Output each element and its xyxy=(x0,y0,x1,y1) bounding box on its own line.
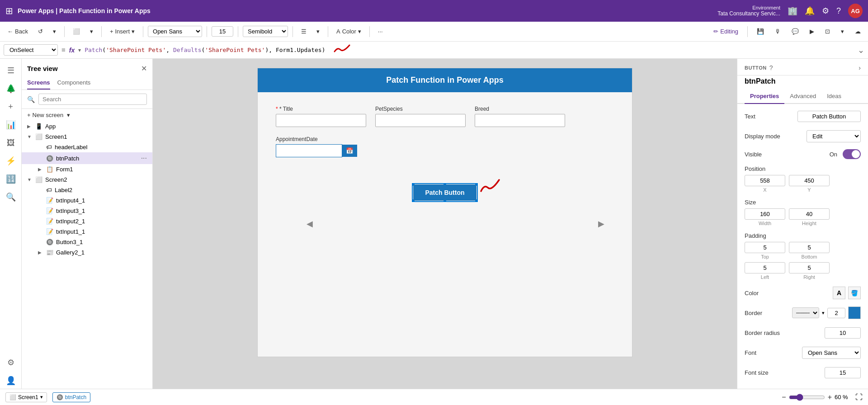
chat-button[interactable]: 💬 xyxy=(788,26,802,37)
align-button[interactable]: ☰ xyxy=(297,26,310,37)
layout-dropdown[interactable]: ▾ xyxy=(837,26,848,37)
border-style-chevron[interactable]: ▾ xyxy=(822,310,825,316)
tree-item-button3_1[interactable]: 🔘 Button3_1 xyxy=(22,237,152,247)
border-radius-input[interactable] xyxy=(825,327,861,339)
help-icon[interactable]: ? xyxy=(836,6,841,16)
play-button[interactable]: ▶ xyxy=(806,26,818,37)
font-prop-select[interactable]: Open Sans xyxy=(802,347,861,359)
tree-item-txtInput3_1[interactable]: 📝 txtInput3_1 xyxy=(22,206,152,216)
search-input[interactable] xyxy=(38,94,147,105)
size-w-input[interactable] xyxy=(745,208,785,220)
border-width-input[interactable] xyxy=(827,308,845,318)
media-icon[interactable]: 🖼 xyxy=(3,135,19,151)
text-color-button[interactable]: A Color ▾ xyxy=(333,26,365,37)
variables-icon[interactable]: 🔢 xyxy=(3,171,19,187)
border-color-swatch[interactable] xyxy=(848,306,861,319)
undo-dropdown-button[interactable]: ▾ xyxy=(49,26,60,37)
back-button[interactable]: ← Back xyxy=(4,26,32,37)
patch-button[interactable]: Patch Button xyxy=(413,184,476,201)
species-input[interactable] xyxy=(375,114,466,127)
font-size-input[interactable] xyxy=(212,26,233,37)
canvas-scroll-right[interactable]: ▶ xyxy=(598,219,604,229)
pad-bottom-input[interactable] xyxy=(789,242,830,253)
font-size-prop-input[interactable] xyxy=(825,367,861,378)
pos-x-input[interactable] xyxy=(745,175,785,186)
tree-close-icon[interactable]: ✕ xyxy=(141,64,147,73)
zoom-minus-button[interactable]: − xyxy=(782,393,786,401)
data-icon[interactable]: 📊 xyxy=(3,117,19,133)
pad-left-input[interactable] xyxy=(745,262,785,273)
apps-grid-icon[interactable]: ⊞ xyxy=(5,5,13,16)
formula-content[interactable]: Patch('SharePoint Pets', Defaults('Share… xyxy=(85,43,854,57)
layout-button[interactable]: ⊡ xyxy=(821,26,834,37)
breed-input[interactable] xyxy=(475,114,565,127)
tree-item-headerLabel[interactable]: 🏷 headerLabel xyxy=(22,142,152,152)
border-style-select[interactable]: ───── xyxy=(792,307,819,318)
pos-y-input[interactable] xyxy=(789,175,830,186)
save-button[interactable]: 💾 xyxy=(753,26,768,37)
account-icon[interactable]: 👤 xyxy=(3,372,19,389)
panel-collapse-icon[interactable]: › xyxy=(859,64,861,71)
mic-button[interactable]: 🎙 xyxy=(771,26,784,37)
align-dropdown[interactable]: ▾ xyxy=(313,26,323,37)
btn-tab[interactable]: 🔘 btnPatch xyxy=(52,392,90,402)
property-select[interactable]: OnSelect xyxy=(4,44,58,56)
tree-item-gallery2_1[interactable]: ▶ 📰 Gallery2_1 xyxy=(22,247,152,258)
notification-icon[interactable]: 🔔 xyxy=(805,6,815,16)
editing-button[interactable]: ✏ Editing xyxy=(710,26,742,37)
canvas-scroll-left[interactable]: ◀ xyxy=(307,219,313,229)
tree-item-app[interactable]: ▶ 📱 App xyxy=(22,121,152,132)
tree-item-form1[interactable]: ▶ 📋 Form1 xyxy=(22,164,152,174)
power-automate-icon[interactable]: ⚡ xyxy=(3,153,19,169)
insert-icon[interactable]: + xyxy=(3,99,19,115)
undo-button[interactable]: ↺ xyxy=(34,26,47,37)
tree-item-screen2[interactable]: ▼ ⬜ Screen2 xyxy=(22,174,152,185)
visible-toggle[interactable] xyxy=(843,149,861,159)
zoom-slider[interactable] xyxy=(789,394,825,401)
tree-item-txtInput1_1[interactable]: 📝 txtInput1_1 xyxy=(22,226,152,237)
avatar[interactable]: AG xyxy=(848,4,863,18)
right-tab-properties[interactable]: Properties xyxy=(745,89,784,104)
tree-item-txtInput2_1[interactable]: 📝 txtInput2_1 xyxy=(22,216,152,226)
title-input[interactable] xyxy=(276,114,366,127)
copy-dropdown-button[interactable]: ▾ xyxy=(86,26,97,37)
font-weight-select[interactable]: Semibold xyxy=(243,26,288,37)
tree-more-btnPatch[interactable]: ··· xyxy=(141,154,147,162)
screen-tab[interactable]: ⬜ Screen1 ▾ xyxy=(5,392,47,402)
pad-right-input[interactable] xyxy=(789,262,830,273)
right-tab-ideas[interactable]: Ideas xyxy=(821,89,847,104)
canvas-area[interactable]: ◀ Patch Function in Power Apps * * Title… xyxy=(153,59,737,389)
org-icon[interactable]: 🏢 xyxy=(788,6,797,16)
right-tab-advanced[interactable]: Advanced xyxy=(784,89,821,104)
size-h-input[interactable] xyxy=(789,208,830,220)
text-prop-input[interactable] xyxy=(797,111,861,122)
more-options-button[interactable]: ··· xyxy=(374,26,387,37)
zoom-plus-button[interactable]: + xyxy=(828,393,832,401)
tree-item-btnPatch[interactable]: 🔘 btnPatch ··· xyxy=(22,152,152,164)
tree-item-txtInput4_1[interactable]: 📝 txtInput4_1 xyxy=(22,195,152,206)
display-mode-select[interactable]: Edit xyxy=(807,130,861,142)
tree-tab-components[interactable]: Components xyxy=(57,76,91,89)
help-question-icon[interactable]: ? xyxy=(769,64,773,71)
hamburger-icon[interactable]: ☰ xyxy=(3,62,19,79)
calendar-button[interactable]: 📅 xyxy=(342,145,357,157)
font-color-icon[interactable]: A xyxy=(833,287,845,299)
settings-left-icon[interactable]: ⚙ xyxy=(3,354,19,371)
formula-expand[interactable]: ⌄ xyxy=(858,45,864,55)
insert-button[interactable]: + Insert ▾ xyxy=(106,26,138,37)
environment-name[interactable]: Tata Consultancy Servic... xyxy=(717,10,780,17)
tree-item-screen1[interactable]: ▼ ⬜ Screen1 xyxy=(22,132,152,142)
fill-color-icon[interactable]: 🪣 xyxy=(848,287,861,299)
font-select[interactable]: Open Sans xyxy=(148,26,202,37)
settings-icon[interactable]: ⚙ xyxy=(822,6,829,16)
tree-view-icon[interactable]: 🌲 xyxy=(3,80,19,97)
tree-tab-screens[interactable]: Screens xyxy=(27,76,50,89)
date-input[interactable]: 12/31/2001 xyxy=(276,144,342,157)
pad-top-input[interactable] xyxy=(745,242,785,253)
expand-button[interactable]: ⛶ xyxy=(855,393,863,401)
tree-item-label2[interactable]: 🏷 Label2 xyxy=(22,185,152,195)
new-screen-button[interactable]: + New screen ▾ xyxy=(22,109,152,121)
copy-button[interactable]: ⬜ xyxy=(69,26,84,37)
search-left-icon[interactable]: 🔍 xyxy=(3,189,19,205)
publish-button[interactable]: ☁ xyxy=(851,26,864,37)
